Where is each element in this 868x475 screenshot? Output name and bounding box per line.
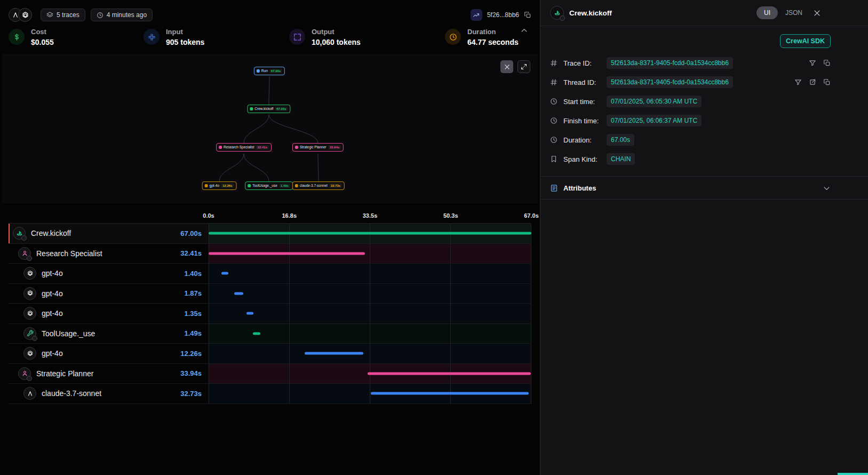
waterfall-row-gpt-4o[interactable]: gpt-4o1.35s	[9, 304, 531, 324]
stat-value: 905 tokens	[166, 38, 204, 46]
scrollbar-thumb[interactable]	[838, 473, 868, 475]
clock-icon	[550, 117, 559, 124]
trace-graph[interactable]: Run67.00sCrew.kickoff67.00sResearch Spec…	[2, 54, 538, 203]
node-dot	[295, 184, 298, 187]
span-bar	[253, 332, 260, 335]
axis-tick: 33.5s	[363, 212, 378, 219]
graph-node-gpt4o[interactable]: gpt-4o12.26s	[202, 181, 237, 190]
node-dot	[295, 146, 298, 149]
sdk-badge: CrewAI SDK	[780, 34, 831, 48]
stat-output: Output10,060 tokens	[289, 28, 445, 46]
axis-tick: 16.8s	[282, 212, 297, 219]
node-duration: 67.00s	[269, 69, 282, 73]
stats-row: Cost$0.055Input905 tokensOutput10,060 to…	[0, 26, 540, 54]
span-name: Research Specialist	[36, 249, 102, 258]
span-name: Crew.kickoff	[31, 229, 71, 238]
waterfall-row-claude-3-7-sonnet[interactable]: claude-3.7-sonnet32.73s	[9, 384, 531, 404]
bookmark-icon	[550, 155, 559, 163]
span-duration: 32.73s	[180, 390, 209, 398]
axis-tick: 50.3s	[443, 212, 458, 219]
field-value: CHAIN	[607, 153, 635, 165]
waterfall-row-gpt-4o[interactable]: gpt-4o1.87s	[9, 284, 531, 304]
stat-label: Cost	[31, 28, 54, 36]
field-actions	[809, 59, 831, 67]
sdk-row: CrewAI SDK	[540, 26, 868, 52]
waterfall-row-strategic-planner[interactable]: Strategic Planner33.94s	[9, 364, 531, 384]
timeline-track	[209, 244, 531, 264]
node-duration: 32.73s	[329, 184, 342, 188]
field-trace-id: Trace ID:5f2613da-8371-9405-fcdd-0a1534c…	[550, 53, 831, 73]
graph-node-crew[interactable]: Crew.kickoff67.00s	[247, 105, 290, 113]
trace-chart-icon[interactable]	[471, 9, 482, 21]
span-label-cell: Strategic Planner33.94s	[9, 367, 209, 380]
expand-graph-button[interactable]	[517, 60, 530, 73]
filter-icon[interactable]	[794, 78, 802, 86]
graph-node-run[interactable]: Run67.00s	[254, 67, 285, 75]
tab-json[interactable]: JSON	[785, 9, 802, 17]
span-name: gpt-4o	[42, 269, 63, 278]
tool-icon	[23, 327, 36, 340]
stat-label: Output	[312, 28, 361, 36]
waterfall-row-crew-kickoff[interactable]: Crew.kickoff67.00s	[9, 224, 531, 244]
graph-node-tool[interactable]: ToolUsage._use1.49s	[245, 181, 293, 190]
field-label: Finish time:	[563, 117, 602, 125]
span-duration: 32.41s	[180, 249, 209, 257]
openai-icon	[23, 347, 36, 360]
field-duration: Duration:67.00s	[550, 130, 831, 149]
span-duration: 1.49s	[184, 329, 209, 337]
sdk-badge-dot	[21, 235, 27, 241]
waterfall-row-gpt-4o[interactable]: gpt-4o1.40s	[9, 264, 531, 284]
span-duration: 67.00s	[180, 229, 209, 238]
field-start-time: Start time:07/01/2025, 06:05:30 AM UTC	[550, 92, 831, 111]
tab-ui[interactable]: UI	[756, 6, 778, 19]
node-name: Research Specialist	[224, 146, 254, 149]
copy-icon[interactable]	[524, 11, 531, 19]
waterfall-row-toolusage-use[interactable]: ToolUsage._use1.49s	[9, 324, 531, 344]
copy-icon[interactable]	[823, 78, 831, 86]
axis-tick: 0.0s	[203, 212, 214, 219]
app-root: 5 traces 4 minutes ago 5f26...8bb6 Cost$…	[0, 0, 868, 475]
openai-icon	[23, 287, 36, 300]
attributes-section[interactable]: Attributes	[540, 176, 868, 200]
span-name: gpt-4o	[42, 309, 63, 318]
node-duration: 33.94s	[328, 145, 341, 149]
node-dot	[248, 184, 251, 187]
sdk-badge-dot	[27, 256, 32, 261]
provider-avatars	[9, 8, 32, 22]
span-bar	[305, 352, 364, 355]
graph-node-research[interactable]: Research Specialist32.41s	[216, 143, 272, 152]
traces-count-chip[interactable]: 5 traces	[41, 9, 85, 21]
openai-icon	[23, 267, 36, 280]
output-icon	[289, 29, 305, 45]
crew-icon	[550, 6, 564, 20]
field-value: 67.00s	[607, 134, 634, 146]
node-dot	[219, 146, 222, 149]
span-bar	[246, 312, 253, 315]
node-duration: 32.41s	[256, 145, 269, 149]
field-finish-time: Finish time:07/01/2025, 06:06:37 AM UTC	[550, 111, 831, 130]
graph-controls	[500, 60, 530, 73]
span-label-cell: ToolUsage._use1.49s	[9, 327, 209, 340]
external-icon[interactable]	[809, 78, 816, 86]
waterfall-row-gpt-4o[interactable]: gpt-4o12.26s	[9, 344, 531, 364]
timeline-track	[209, 324, 531, 344]
stat-label: Duration	[467, 28, 519, 36]
span-fields: Trace ID:5f2613da-8371-9405-fcdd-0a1534c…	[540, 52, 868, 172]
timeline-track	[209, 304, 531, 323]
waterfall-row-research-specialist[interactable]: Research Specialist32.41s	[9, 244, 531, 264]
chevron-down-icon	[823, 184, 831, 192]
clock-icon	[97, 12, 103, 19]
clock-icon	[445, 29, 461, 45]
file-icon	[550, 184, 559, 192]
span-duration: 1.40s	[184, 270, 209, 278]
graph-node-strategic[interactable]: Strategic Planner33.94s	[292, 143, 344, 152]
graph-node-claude[interactable]: claude-3.7-sonnet32.73s	[292, 181, 345, 190]
filter-icon[interactable]	[809, 59, 816, 67]
timeline-track	[209, 364, 531, 384]
node-name: ToolUsage._use	[252, 184, 277, 188]
close-graph-button[interactable]	[500, 60, 513, 73]
field-label: Thread ID:	[563, 78, 602, 86]
copy-icon[interactable]	[823, 59, 831, 67]
close-panel-button[interactable]	[813, 9, 821, 17]
collapse-stats-button[interactable]	[520, 27, 528, 35]
